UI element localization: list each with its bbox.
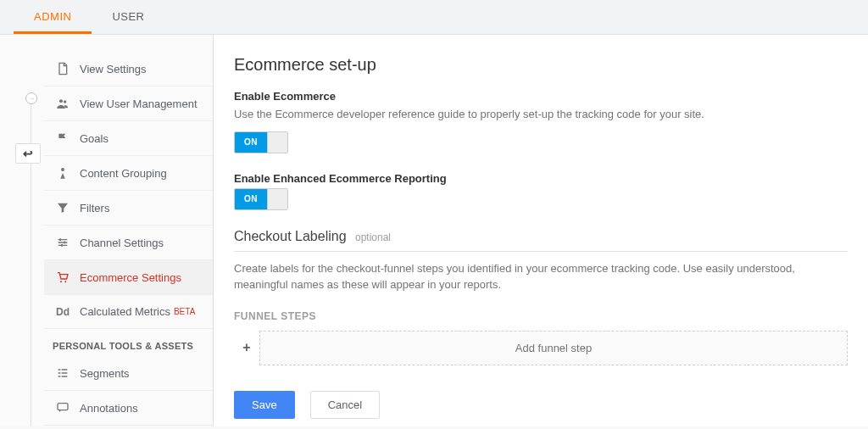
toggle-on-label: ON	[235, 189, 267, 209]
sidebar-item-label: Content Grouping	[80, 167, 167, 180]
svg-rect-3	[59, 238, 61, 241]
sidebar-item-view-user-management[interactable]: View User Management	[44, 86, 213, 121]
plus-icon: +	[234, 331, 259, 365]
flag-icon	[53, 131, 73, 145]
add-funnel-step-button[interactable]: Add funnel step	[259, 331, 848, 365]
cancel-button[interactable]: Cancel	[310, 391, 380, 419]
sidebar-item-channel-settings[interactable]: Channel Settings	[44, 226, 213, 260]
annotation-icon	[53, 401, 73, 415]
sidebar-item-label: Goals	[80, 132, 108, 145]
document-icon	[53, 62, 73, 75]
back-arrow-icon: ↩	[23, 147, 33, 160]
optional-label: optional	[355, 231, 391, 243]
people-icon	[53, 97, 73, 110]
toggle-knob	[267, 189, 287, 209]
sidebar-item-ecommerce-settings[interactable]: Ecommerce Settings	[44, 260, 213, 295]
sidebar-section-header: PERSONAL TOOLS & ASSETS	[44, 329, 213, 356]
sidebar-item-calculated-metrics[interactable]: Dd Calculated Metrics BETA	[44, 295, 213, 329]
sidebar-item-goals[interactable]: Goals	[44, 121, 213, 156]
svg-point-2	[61, 168, 64, 171]
top-tabs: ADMIN USER	[0, 0, 868, 35]
sidebar-item-label: Annotations	[80, 402, 138, 415]
sidebar-item-label: Calculated Metrics	[80, 305, 170, 318]
funnel-icon	[53, 201, 73, 214]
enable-ecommerce-help: Use the Ecommerce developer reference gu…	[234, 106, 848, 123]
cart-icon	[53, 270, 73, 284]
sidebar-item-filters[interactable]: Filters	[44, 191, 213, 226]
tab-admin[interactable]: ADMIN	[14, 0, 92, 34]
funnel-steps-header: FUNNEL STEPS	[234, 310, 848, 322]
svg-rect-8	[58, 404, 68, 410]
svg-point-1	[64, 100, 66, 103]
funnel-row: + Add funnel step	[234, 331, 848, 365]
toggle-knob	[267, 132, 287, 153]
sidebar-item-label: Ecommerce Settings	[80, 271, 181, 284]
enable-ecommerce-toggle[interactable]: ON	[234, 131, 288, 153]
gutter: → ↩	[0, 35, 44, 426]
sliders-icon	[53, 236, 73, 249]
tab-user[interactable]: USER	[92, 0, 164, 34]
timeline-marker-icon: →	[25, 92, 37, 104]
beta-badge: BETA	[174, 307, 195, 316]
sidebar-item-label: View Settings	[80, 63, 147, 75]
sidebar-item-label: Filters	[80, 202, 109, 214]
person-flag-icon	[53, 166, 73, 180]
dd-icon: Dd	[53, 306, 73, 318]
enable-enhanced-label: Enable Enhanced Ecommerce Reporting	[234, 172, 848, 185]
page-title: Ecommerce set-up	[234, 55, 848, 75]
button-row: Save Cancel	[234, 391, 848, 419]
back-button[interactable]: ↩	[15, 143, 41, 164]
sidebar-item-segments[interactable]: Segments	[44, 356, 213, 391]
sidebar-item-content-grouping[interactable]: Content Grouping	[44, 156, 213, 191]
checkout-labeling-title: Checkout Labeling	[234, 229, 347, 243]
segments-icon	[53, 366, 73, 380]
enable-enhanced-toggle[interactable]: ON	[234, 188, 288, 210]
sidebar-item-label: Segments	[80, 367, 130, 380]
sidebar-item-annotations[interactable]: Annotations	[44, 391, 213, 426]
sidebar-item-view-settings[interactable]: View Settings	[44, 52, 213, 86]
svg-point-0	[59, 99, 63, 103]
main-panel: Ecommerce set-up Enable Ecommerce Use th…	[214, 35, 868, 426]
svg-rect-4	[64, 242, 65, 244]
svg-point-6	[60, 281, 62, 282]
sidebar-item-label: Channel Settings	[80, 237, 164, 249]
toggle-on-label: ON	[235, 132, 267, 153]
checkout-labeling-header: Checkout Labeling optional	[234, 229, 848, 252]
sidebar: View Settings View User Management Goals…	[44, 35, 214, 426]
svg-point-7	[64, 281, 66, 282]
checkout-labeling-help: Create labels for the checkout-funnel st…	[234, 260, 848, 293]
svg-rect-5	[61, 244, 63, 247]
sidebar-item-label: View User Management	[80, 98, 198, 110]
enable-ecommerce-label: Enable Ecommerce	[234, 90, 848, 103]
save-button[interactable]: Save	[234, 391, 295, 419]
